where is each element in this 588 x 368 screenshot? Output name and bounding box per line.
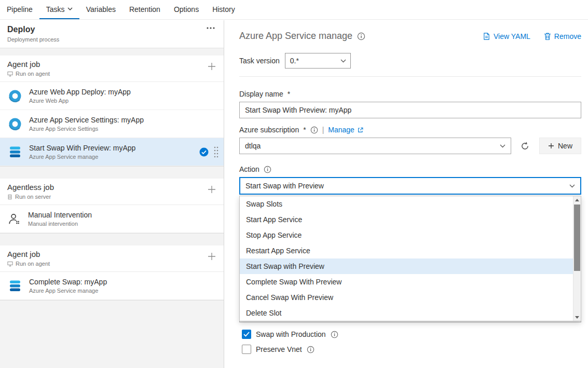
manual-intervention-icon [7, 212, 22, 226]
app-service-manage-icon [7, 144, 23, 160]
task-item-azure-app-service-settings[interactable]: Azure App Service Settings: myApp Azure … [0, 110, 224, 138]
task-item-complete-swap[interactable]: Complete Swap: myApp Azure App Service m… [0, 272, 224, 300]
tab-variables[interactable]: Variables [79, 0, 122, 19]
task-subtitle: Manual intervention [28, 221, 218, 227]
tab-tasks-label: Tasks [46, 5, 65, 13]
trash-icon [544, 32, 551, 40]
subscription-combobox[interactable]: dtlqa [239, 138, 511, 154]
preserve-vnet-row: Preserve Vnet [242, 345, 581, 354]
task-version-select[interactable]: 0.* [285, 53, 351, 69]
job-title: Agent job [7, 250, 216, 258]
chevron-down-icon [340, 59, 346, 63]
info-icon[interactable] [264, 166, 271, 173]
scroll-down-arrow[interactable] [573, 314, 581, 321]
action-combobox[interactable]: Start Swap with Preview [239, 177, 581, 195]
task-title: Manual Intervention [28, 211, 218, 219]
tab-retention-label: Retention [129, 5, 160, 13]
dropdown-option-swap-slots[interactable]: Swap Slots [240, 196, 581, 212]
agentless-job-header[interactable]: Agentless job Run on server [0, 179, 224, 205]
job-subtitle: Run on server [15, 194, 51, 200]
agent-job-header-2[interactable]: Agent job Run on agent [0, 246, 224, 272]
agent-icon [7, 261, 13, 267]
azure-subscription-label: Azure subscription [239, 126, 299, 134]
new-button-label: New [558, 142, 572, 150]
more-options-button[interactable] [206, 26, 215, 30]
swap-with-production-row: Swap with Production [242, 330, 581, 339]
job-group-agentless: Agentless job Run on server Manual Inter… [0, 179, 224, 234]
required-asterisk: * [288, 90, 290, 98]
action-value: Start Swap with Preview [245, 182, 324, 190]
manage-link[interactable]: Manage [328, 126, 363, 134]
app-service-manage-icon [7, 278, 23, 294]
add-task-button[interactable] [207, 62, 216, 71]
remove-button[interactable]: Remove [544, 32, 581, 40]
refresh-icon [521, 142, 529, 151]
dropdown-option-complete-swap-with-preview[interactable]: Complete Swap With Preview [240, 274, 581, 290]
new-subscription-button[interactable]: New [539, 138, 581, 154]
dropdown-option-start-app-service[interactable]: Start App Service [240, 212, 581, 227]
job-group-agent-1: Agent job Run on agent Azure Web App Dep… [0, 56, 224, 167]
chevron-down-icon [500, 144, 505, 148]
server-icon [7, 194, 12, 200]
agent-job-header-1[interactable]: Agent job Run on agent [0, 56, 224, 82]
process-subtitle: Deployment process [7, 36, 59, 43]
dropdown-option-start-swap-with-preview[interactable]: Start Swap with Preview [240, 258, 581, 274]
dropdown-scrollbar[interactable] [573, 196, 581, 321]
tab-variables-label: Variables [86, 5, 116, 13]
preserve-vnet-checkbox[interactable] [242, 345, 251, 354]
display-name-input[interactable] [239, 102, 581, 118]
info-icon[interactable] [310, 126, 318, 134]
selected-check-icon [199, 147, 209, 157]
tab-history-label: History [212, 5, 235, 13]
add-task-button[interactable] [207, 252, 216, 261]
section-divider [239, 76, 581, 77]
process-header[interactable]: Deploy Deployment process [0, 20, 224, 48]
dropdown-option-cancel-swap-with-preview[interactable]: Cancel Swap With Preview [240, 290, 581, 305]
task-item-azure-web-app-deploy[interactable]: Azure Web App Deploy: myApp Azure Web Ap… [0, 82, 224, 110]
azure-web-app-icon [7, 116, 23, 132]
dropdown-option-restart-app-service[interactable]: Restart App Service [240, 243, 581, 258]
info-icon[interactable] [331, 331, 338, 338]
task-subtitle: Azure App Service Settings [29, 126, 218, 132]
plus-icon [548, 143, 554, 149]
task-item-start-swap-with-preview[interactable]: Start Swap With Preview: myApp Azure App… [0, 138, 224, 166]
task-version-label: Task version [239, 57, 280, 65]
task-item-manual-intervention[interactable]: Manual Intervention Manual intervention [0, 205, 224, 233]
task-subtitle: Azure App Service manage [29, 288, 218, 294]
top-navigation: Pipeline Tasks Variables Retention Optio… [0, 0, 588, 20]
info-icon[interactable] [357, 32, 365, 40]
info-icon[interactable] [307, 346, 314, 353]
pipeline-task-list-panel: Deploy Deployment process Agent job Run … [0, 20, 224, 368]
view-yaml-label: View YAML [494, 32, 530, 40]
action-dropdown-list: Swap Slots Start App Service Stop App Se… [239, 196, 581, 321]
tab-options[interactable]: Options [167, 0, 206, 19]
action-field: Start Swap with Preview Swap Slots Start… [239, 177, 581, 195]
job-title: Agent job [7, 60, 216, 69]
scrollbar-thumb[interactable] [574, 205, 580, 271]
add-task-button[interactable] [207, 185, 216, 194]
dropdown-option-stop-app-service[interactable]: Stop App Service [240, 227, 581, 243]
tab-options-label: Options [174, 5, 199, 13]
swap-with-production-label: Swap with Production [256, 330, 326, 338]
tab-history[interactable]: History [206, 0, 242, 19]
remove-label: Remove [554, 32, 581, 40]
tab-pipeline[interactable]: Pipeline [0, 0, 39, 19]
tab-tasks[interactable]: Tasks [39, 0, 79, 19]
panel-title: Azure App Service manage [239, 31, 352, 42]
task-title: Start Swap With Preview: myApp [29, 144, 193, 152]
preserve-vnet-label: Preserve Vnet [256, 345, 302, 353]
view-yaml-icon [483, 32, 490, 40]
chevron-down-icon [569, 184, 575, 188]
job-subtitle: Run on agent [16, 261, 50, 267]
dropdown-option-delete-slot[interactable]: Delete Slot [240, 305, 581, 321]
tab-retention[interactable]: Retention [122, 0, 167, 19]
swap-with-production-checkbox[interactable] [242, 330, 251, 339]
task-title: Complete Swap: myApp [29, 278, 218, 286]
view-yaml-button[interactable]: View YAML [483, 32, 530, 40]
task-version-value: 0.* [290, 57, 299, 65]
chevron-down-icon [67, 7, 73, 11]
drag-handle[interactable] [213, 146, 218, 158]
refresh-button[interactable] [516, 138, 534, 154]
task-subtitle: Azure App Service manage [29, 154, 193, 160]
scroll-up-arrow[interactable] [573, 196, 581, 203]
